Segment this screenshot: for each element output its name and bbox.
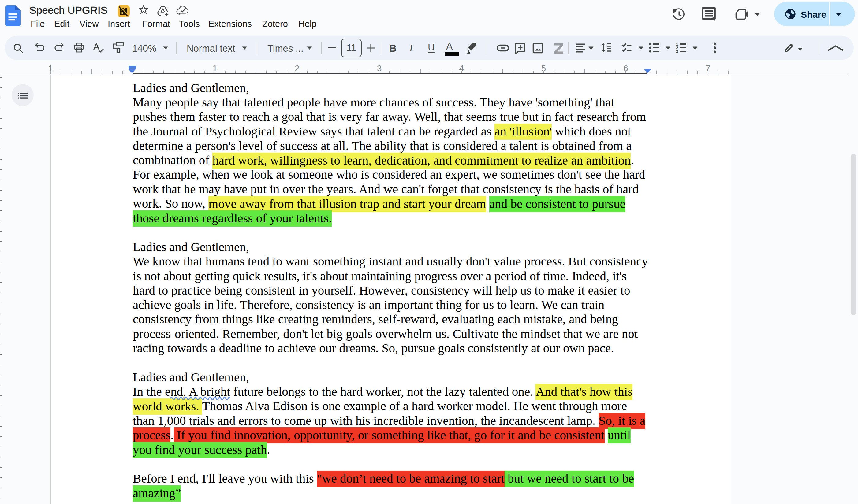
svg-text:3: 3 <box>676 49 678 53</box>
